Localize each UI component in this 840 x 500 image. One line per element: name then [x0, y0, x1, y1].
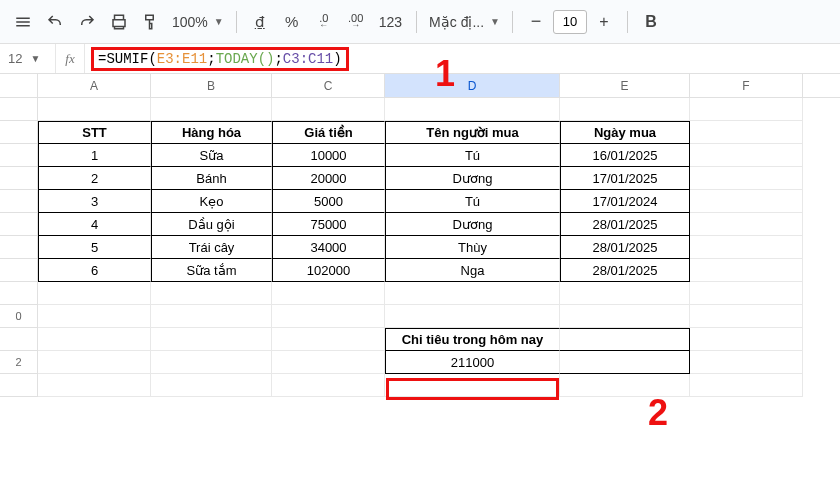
cell[interactable] [690, 282, 803, 305]
cell[interactable] [690, 328, 803, 351]
redo-icon[interactable] [72, 7, 102, 37]
cell-ten[interactable]: Thùy [385, 236, 560, 259]
cell[interactable] [690, 144, 803, 167]
cell[interactable] [151, 282, 272, 305]
cell[interactable] [272, 98, 385, 121]
cell[interactable] [38, 351, 151, 374]
cell[interactable] [560, 305, 690, 328]
row-header[interactable] [0, 190, 38, 213]
cell[interactable] [151, 98, 272, 121]
currency-icon[interactable]: ₫ [245, 7, 275, 37]
row-header[interactable]: 2 [0, 351, 38, 374]
cell[interactable] [690, 305, 803, 328]
increase-font-button[interactable]: + [589, 7, 619, 37]
col-header-F[interactable]: F [690, 74, 803, 97]
col-header-A[interactable]: A [38, 74, 151, 97]
col-header-C[interactable]: C [272, 74, 385, 97]
row-header[interactable] [0, 213, 38, 236]
cell-stt[interactable]: 5 [38, 236, 151, 259]
row-header[interactable] [0, 167, 38, 190]
cell-hang[interactable]: Trái cây [151, 236, 272, 259]
row-header[interactable] [0, 144, 38, 167]
zoom-dropdown[interactable]: 100% ▼ [168, 9, 228, 35]
paint-format-icon[interactable] [136, 7, 166, 37]
name-box[interactable]: 12 ▼ [0, 51, 55, 66]
cell-ngay[interactable]: 28/01/2025 [560, 236, 690, 259]
cell[interactable] [560, 351, 690, 374]
bold-button[interactable]: B [636, 7, 666, 37]
cell-hang[interactable]: Dầu gội [151, 213, 272, 236]
cell[interactable] [690, 121, 803, 144]
cell[interactable] [690, 98, 803, 121]
row-header[interactable]: 0 [0, 305, 38, 328]
cell-gia[interactable]: 75000 [272, 213, 385, 236]
row-header[interactable] [0, 121, 38, 144]
cell[interactable] [690, 190, 803, 213]
cell[interactable] [38, 305, 151, 328]
cell-hang[interactable]: Bánh [151, 167, 272, 190]
cell-gia[interactable]: 10000 [272, 144, 385, 167]
col-header-D[interactable]: D [385, 74, 560, 97]
table-header-gia[interactable]: Giá tiền [272, 121, 385, 144]
select-all-corner[interactable] [0, 74, 38, 97]
cell-hang[interactable]: Sữa [151, 144, 272, 167]
cell-ngay[interactable]: 17/01/2024 [560, 190, 690, 213]
row-header[interactable] [0, 236, 38, 259]
menu-icon[interactable] [8, 7, 38, 37]
cell-hang[interactable]: Sữa tắm [151, 259, 272, 282]
cell-gia[interactable]: 5000 [272, 190, 385, 213]
cell[interactable] [38, 282, 151, 305]
cell[interactable] [38, 328, 151, 351]
cell-hang[interactable]: Kẹo [151, 190, 272, 213]
cell-ten[interactable]: Nga [385, 259, 560, 282]
font-size-input[interactable] [553, 10, 587, 34]
cell[interactable] [385, 374, 560, 397]
cell[interactable] [272, 351, 385, 374]
cell[interactable] [272, 328, 385, 351]
cell[interactable] [560, 328, 690, 351]
cell-ngay[interactable]: 17/01/2025 [560, 167, 690, 190]
cell[interactable] [272, 374, 385, 397]
cell-gia[interactable]: 102000 [272, 259, 385, 282]
col-header-E[interactable]: E [560, 74, 690, 97]
cell-ngay[interactable]: 16/01/2025 [560, 144, 690, 167]
cell[interactable] [151, 328, 272, 351]
row-header[interactable] [0, 374, 38, 397]
cell[interactable] [151, 374, 272, 397]
undo-icon[interactable] [40, 7, 70, 37]
cell-stt[interactable]: 3 [38, 190, 151, 213]
cell[interactable] [272, 282, 385, 305]
cell[interactable] [272, 305, 385, 328]
cell-ngay[interactable]: 28/01/2025 [560, 259, 690, 282]
cell[interactable] [385, 305, 560, 328]
cell-ngay[interactable]: 28/01/2025 [560, 213, 690, 236]
cell[interactable] [385, 282, 560, 305]
cell[interactable] [690, 374, 803, 397]
col-header-B[interactable]: B [151, 74, 272, 97]
row-header[interactable] [0, 98, 38, 121]
cell-ten[interactable]: Tú [385, 144, 560, 167]
cell-ten[interactable]: Dương [385, 167, 560, 190]
cell-ten[interactable]: Tú [385, 190, 560, 213]
table-header-stt[interactable]: STT [38, 121, 151, 144]
decrease-font-button[interactable]: − [521, 7, 551, 37]
table-header-ngay[interactable]: Ngày mua [560, 121, 690, 144]
row-header[interactable] [0, 282, 38, 305]
cell[interactable] [560, 282, 690, 305]
row-header[interactable] [0, 259, 38, 282]
font-dropdown[interactable]: Mặc đị... ▼ [425, 9, 504, 35]
summary-value[interactable]: 211000 [385, 351, 560, 374]
cell[interactable] [560, 374, 690, 397]
cell-gia[interactable]: 34000 [272, 236, 385, 259]
formula-input[interactable]: =SUMIF(E3:E11;TODAY();C3:C11) [85, 45, 840, 73]
cell-stt[interactable]: 2 [38, 167, 151, 190]
cell[interactable] [690, 213, 803, 236]
cell[interactable] [38, 374, 151, 397]
table-header-hang[interactable]: Hàng hóa [151, 121, 272, 144]
cell[interactable] [151, 305, 272, 328]
cell[interactable] [690, 351, 803, 374]
cell-stt[interactable]: 4 [38, 213, 151, 236]
cell-ten[interactable]: Dương [385, 213, 560, 236]
cell[interactable] [690, 259, 803, 282]
cell[interactable] [560, 98, 690, 121]
